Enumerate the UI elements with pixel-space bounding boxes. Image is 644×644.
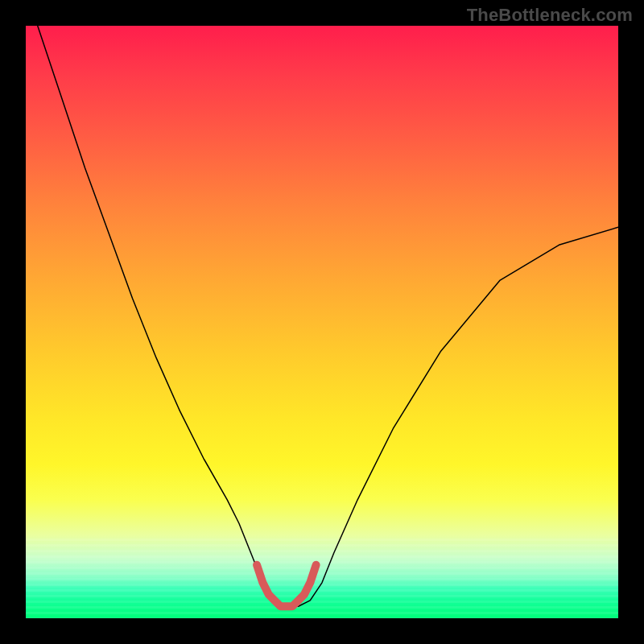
bottleneck-curve-line: [38, 26, 618, 606]
chart-frame: TheBottleneck.com: [0, 0, 644, 644]
valley-highlight-line: [257, 565, 316, 607]
watermark-text: TheBottleneck.com: [467, 5, 633, 26]
plot-area: [26, 26, 618, 618]
curve-layer: [26, 26, 618, 618]
